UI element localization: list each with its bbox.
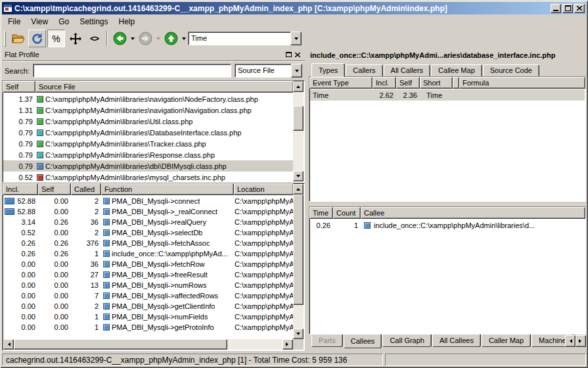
file-list-row[interactable]: 0.52 C:\xampp\phpMyAdmin\libraries\mysql… [3, 172, 293, 181]
function-row[interactable]: 0.52 0.00 2 PMA_DBI_Mysqli->selectDb C:\… [3, 227, 293, 238]
forward-dropdown[interactable] [155, 30, 161, 47]
minimize-button[interactable] [551, 4, 561, 13]
file-list-row[interactable]: 0.79 C:\xampp\phpMyAdmin\libraries\Util.… [3, 116, 293, 127]
column-header-self[interactable]: Self [38, 183, 71, 195]
maximize-button[interactable] [562, 4, 573, 13]
search-input[interactable] [33, 64, 231, 78]
scrollbar-track[interactable] [293, 92, 304, 171]
bottom-tab[interactable]: All Callees [432, 334, 481, 347]
file-list-row[interactable]: 0.79 C:\xampp\phpMyAdmin\libraries\Datab… [3, 127, 293, 138]
combobox-dropdown-button[interactable] [291, 64, 302, 78]
column-header-short[interactable]: Short [420, 77, 453, 89]
function-row[interactable]: 52.88 0.00 2 PMA_DBI_Mysqli->connect C:\… [3, 196, 293, 206]
function-row[interactable]: 0.26 0.26 376 PMA_DBI_Mysqli->fetchAssoc… [3, 238, 293, 248]
close-button[interactable] [574, 4, 585, 13]
back-dropdown[interactable] [129, 30, 135, 47]
file-list-row[interactable]: 1.31 C:\xampp\phpMyAdmin\libraries\navig… [3, 104, 293, 116]
column-header-incl[interactable]: Incl. [373, 77, 396, 89]
column-header-count[interactable]: Count [333, 207, 361, 219]
menu-item[interactable]: Settings [74, 15, 113, 28]
scrollbar-thumb[interactable] [293, 195, 304, 305]
self-cost: 0.00 [55, 313, 72, 321]
file-list-row[interactable]: 0.79 C:\xampp\phpMyAdmin\libraries\Track… [3, 138, 293, 149]
bottom-tab[interactable]: Parts [311, 334, 343, 347]
dock-close-button[interactable] [293, 50, 302, 59]
relative-percent-toggle[interactable]: % [47, 30, 65, 47]
column-header-incl[interactable]: Incl. [3, 183, 38, 195]
function-row[interactable]: 0.00 0.00 7 PMA_DBI_Mysqli->affectedRows… [3, 290, 293, 301]
self-cell: 0.00 [39, 302, 72, 310]
menu-item[interactable]: Go [53, 15, 74, 28]
scroll-left-button[interactable] [3, 339, 14, 350]
column-header-formula[interactable]: Formula [459, 77, 585, 89]
top-tab[interactable]: Source Code [483, 64, 539, 76]
horizontal-scrollbar[interactable] [3, 339, 293, 350]
callee-row[interactable]: 0.26 1 include_once::C:\xampp\phpMyAdmin… [310, 219, 585, 231]
flat-profile-dock: Flat Profile Search: Source File Self So… [2, 49, 305, 351]
function-row[interactable]: 3.14 0.26 36 PMA_DBI_Mysqli->realQuery C… [3, 217, 293, 227]
combobox-dropdown-button[interactable] [290, 32, 302, 45]
column-header-source-file[interactable]: Source File [35, 81, 294, 93]
scrollbar-thumb[interactable] [14, 339, 227, 350]
scrollbar-thumb[interactable] [293, 106, 304, 131]
tab-scroll-right-button[interactable] [576, 335, 586, 347]
move-button[interactable] [66, 30, 84, 47]
function-row[interactable]: 52.88 0.00 2 PMA_DBI_Mysqli->_realConnec… [3, 206, 293, 217]
tab-scroll-left-button[interactable] [565, 335, 576, 347]
reload-button[interactable] [28, 30, 46, 47]
up-dropdown[interactable] [181, 30, 187, 47]
grouping-combobox[interactable]: Source File [235, 64, 302, 78]
top-tab[interactable]: Callers [346, 64, 382, 76]
column-header-self[interactable]: Self [396, 77, 420, 89]
bottom-tab[interactable]: Call Graph [382, 334, 432, 347]
scroll-up-button[interactable] [293, 184, 304, 195]
forward-button[interactable] [137, 30, 154, 47]
toolbar-grip[interactable] [4, 31, 6, 47]
up-button[interactable] [162, 30, 180, 47]
top-tab[interactable]: Callee Map [431, 64, 482, 76]
back-button[interactable] [111, 30, 129, 47]
column-header-function[interactable]: Function [101, 183, 234, 195]
file-list-row[interactable]: 0.79 C:\xampp\phpMyAdmin\libraries\Respo… [3, 149, 293, 160]
file-list-row[interactable]: 0.79 C:\xampp\phpMyAdmin\libraries\dbi\D… [3, 160, 293, 172]
menu-item[interactable]: File [3, 15, 26, 28]
dock-title-bar[interactable]: Flat Profile [2, 49, 305, 61]
menu-item[interactable]: Help [114, 15, 141, 28]
vertical-scrollbar[interactable] [293, 184, 304, 339]
column-header-called[interactable]: Called [71, 183, 101, 195]
column-header-event-type[interactable]: Event Type [309, 77, 373, 89]
compare-button[interactable]: <> [85, 30, 103, 47]
detail-splitter[interactable] [309, 202, 586, 206]
top-tab[interactable]: All Callers [384, 64, 431, 76]
column-header-location[interactable]: Location [234, 183, 294, 195]
scroll-up-button[interactable] [293, 81, 304, 92]
scrollbar-track[interactable] [293, 195, 304, 329]
dock-float-button[interactable] [284, 50, 293, 59]
open-file-button[interactable] [9, 30, 27, 47]
function-row[interactable]: 0.00 0.00 27 PMA_DBI_Mysqli->freeResult … [3, 269, 293, 280]
bottom-tab[interactable]: Caller Map [482, 334, 531, 347]
event-type-combobox[interactable]: Time [188, 32, 302, 45]
scrollbar-track[interactable] [14, 339, 283, 350]
event-type-row[interactable]: Time 2.62 2.36 Time [310, 89, 585, 101]
scroll-right-button[interactable] [283, 339, 293, 350]
column-header-time[interactable]: Time [309, 207, 333, 219]
column-header-self[interactable]: Self [3, 81, 35, 93]
bottom-tab[interactable]: Callees [344, 334, 382, 348]
column-header-callee[interactable]: Callee [361, 207, 585, 219]
scroll-down-button[interactable] [293, 171, 304, 181]
called-cell: 1 [72, 250, 102, 258]
function-row[interactable]: 0.26 0.26 1 include_once::C:\xampp\phpMy… [3, 248, 293, 259]
incl-cell: 0.00 [3, 281, 39, 289]
function-row[interactable]: 0.00 0.00 13 PMA_DBI_Mysqli->numRows C:\… [3, 280, 293, 290]
title-bar[interactable]: C:\xampp\tmp\cachegrind.out.1416463299-C… [2, 2, 586, 14]
scroll-down-button[interactable] [293, 329, 304, 339]
function-row[interactable]: 0.00 0.00 36 PMA_DBI_Mysqli->fetchRow C:… [3, 259, 293, 269]
top-tab[interactable]: Types [311, 63, 345, 77]
function-row[interactable]: 0.00 0.00 1 PMA_DBI_Mysqli->getProtoInfo… [3, 322, 293, 333]
function-row[interactable]: 0.00 0.00 2 PMA_DBI_Mysqli->getClientInf… [3, 301, 293, 311]
vertical-scrollbar[interactable] [293, 81, 304, 181]
menu-item[interactable]: View [26, 15, 53, 28]
file-list-row[interactable]: 1.37 C:\xampp\phpMyAdmin\libraries\navig… [3, 93, 293, 104]
function-row[interactable]: 0.00 0.00 1 PMA_DBI_Mysqli->numFields C:… [3, 311, 293, 322]
